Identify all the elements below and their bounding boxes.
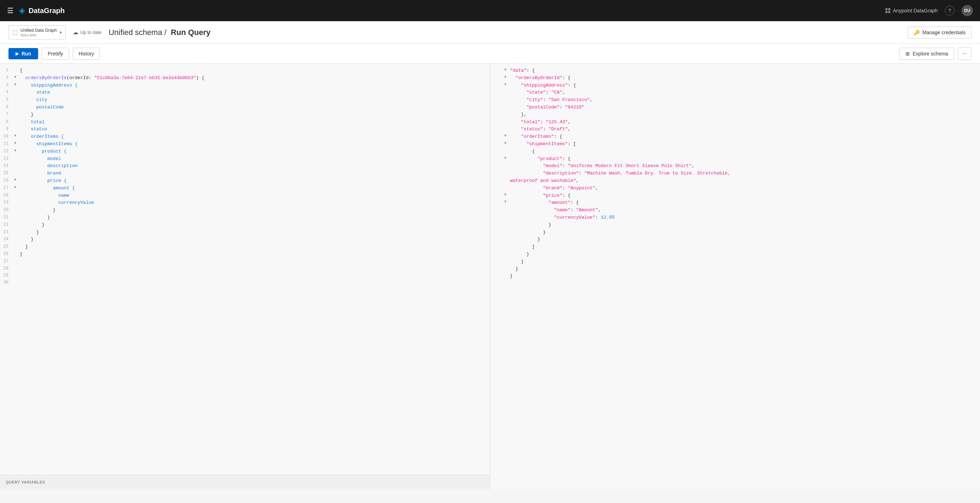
table-row: 4 state [0,89,490,96]
table-row: 13 model [0,155,490,163]
table-row: "model": "Uniforms Modern Fit Short Slee… [490,163,980,170]
logo-area: ◈ DataGraph [19,6,65,15]
nav-right: Anypoint DataGraph ? DU [885,5,973,16]
table-row: } [490,222,980,229]
status-uptodate: ☁ Up to date [73,29,102,36]
more-options-button[interactable]: ··· [958,47,972,60]
table-row: "state": "CA", [490,89,980,96]
table-row: ▼ "orderItems": { [490,133,980,141]
table-row: } [490,229,980,236]
table-row: "description": "Machine Wash, Tumble Dry… [490,170,980,177]
table-row: } [490,251,980,258]
prettify-button[interactable]: Prettify [41,48,69,60]
table-row: 23 } [0,229,490,236]
history-button[interactable]: History [73,48,100,60]
table-row: 27 [0,258,490,265]
table-row: 17 ▼ amount { [0,185,490,192]
table-row: "name": "Amount", [490,207,980,214]
table-row: "currencyValue": 12.95 [490,214,980,222]
editor-area: 1 { 2 ▼ ordersByOrderId(orderId: "51c0ba… [0,64,980,489]
svg-rect-3 [888,11,890,13]
table-row: 24 } [0,236,490,243]
table-row: "postalCode": "94210" [490,104,980,111]
table-row: 28 [0,265,490,272]
table-row: ▼ "price": { [490,192,980,200]
table-row: 22 } [0,222,490,229]
table-row: "status": "Draft", [490,126,980,133]
table-row: ▼ "product": { [490,155,980,163]
explore-schema-button[interactable]: ⊞ Explore schema [899,48,954,60]
page-breadcrumb: Unified schema / Run Query [109,28,211,37]
table-row: 19 currencyValue [0,199,490,207]
table-row: } [490,258,980,266]
toolbar-right: ⊞ Explore schema ··· [899,47,972,60]
table-row: 12 ▼ product { [0,148,490,155]
table-row: ] [490,243,980,251]
anypoint-label: Anypoint DataGraph [885,8,938,13]
table-row: ▼ "shippingAddress": { [490,82,980,89]
graph-selector[interactable]: ⬚ Unified Data Graph docs-test ▾ [8,26,66,40]
table-row: waterproof and washable", [490,177,980,185]
result-panel: ▼ "data": { ▼ "ordersByOrderId": { ▼ "sh… [490,64,980,489]
table-row: 15 brand [0,170,490,177]
table-row: } [490,273,980,280]
table-row: 30 [0,279,490,286]
table-row: 6 postalCode [0,104,490,111]
graph-title: Unified Data Graph [21,28,57,33]
query-variables-bar[interactable]: QUERY VARIABLES [0,475,490,489]
table-row: ▼ "amount": { [490,199,980,207]
hamburger-icon[interactable]: ☰ [7,6,13,15]
table-row: ▼ "ordersByOrderId": { [490,75,980,82]
manage-credentials-button[interactable]: 🔑 Manage credentials [908,27,972,38]
table-row: 2 ▼ ordersByOrderId(orderId: "51c0ba3a-7… [0,75,490,82]
nav-left: ☰ ◈ DataGraph [7,6,65,15]
logo-icon: ◈ [19,6,25,15]
schema-icon: ⊞ [905,51,910,56]
result-viewer[interactable]: ▼ "data": { ▼ "ordersByOrderId": { ▼ "sh… [490,64,980,489]
table-row: 10 ▼ orderItems { [0,133,490,141]
page-breadcrumb-area: Unified schema / Run Query [109,28,211,37]
graph-subtitle: docs-test [21,33,57,37]
play-icon: ▶ [16,51,19,56]
table-row: 1 { [0,67,490,75]
chevron-down-icon: ▾ [60,30,62,35]
table-row: ▼ "shipmentItems": [ [490,141,980,148]
run-button[interactable]: ▶ Run [8,48,38,59]
table-row: 20 } [0,207,490,214]
graph-info: Unified Data Graph docs-test [21,28,57,37]
table-row: "city": "San Francisco", [490,96,980,104]
key-icon: 🔑 [914,30,920,35]
table-row: 14 description [0,163,490,170]
toolbar-left: ▶ Run Prettify History [8,48,100,60]
table-row: 18 name [0,192,490,200]
avatar[interactable]: DU [962,5,973,16]
subheader-left: ⬚ Unified Data Graph docs-test ▾ ☁ Up to… [8,26,210,40]
table-row: 3 ▼ shippingAddress { [0,82,490,89]
table-row: }, [490,111,980,119]
table-row: ▼ "data": { [490,67,980,75]
table-row: "brand": "Anypoint", [490,185,980,192]
query-panel: 1 { 2 ▼ ordersByOrderId(orderId: "51c0ba… [0,64,490,489]
logo-text: DataGraph [29,7,65,15]
svg-rect-0 [885,8,888,10]
table-row: 25 } [0,243,490,251]
table-row: 16 ▼ price { [0,177,490,185]
cloud-icon: ☁ [73,29,78,36]
table-row: "total": "125.43", [490,119,980,126]
help-button[interactable]: ? [945,6,955,16]
table-row: 7 } [0,111,490,119]
table-row: 5 city [0,96,490,104]
svg-rect-1 [888,8,890,10]
toolbar: ▶ Run Prettify History ⊞ Explore schema … [0,44,980,64]
table-row: { [490,148,980,155]
topnav: ☰ ◈ DataGraph Anypoint DataGraph ? DU [0,0,980,21]
table-row: 9 status [0,126,490,133]
table-row: 8 total [0,119,490,126]
table-row: } [490,236,980,243]
graph-icon: ⬚ [12,29,18,36]
subheader: ⬚ Unified Data Graph docs-test ▾ ☁ Up to… [0,21,980,44]
anypoint-icon [885,8,891,13]
query-editor[interactable]: 1 { 2 ▼ ordersByOrderId(orderId: "51c0ba… [0,64,490,475]
table-row: } [490,266,980,273]
status-label: Up to date [81,30,102,35]
